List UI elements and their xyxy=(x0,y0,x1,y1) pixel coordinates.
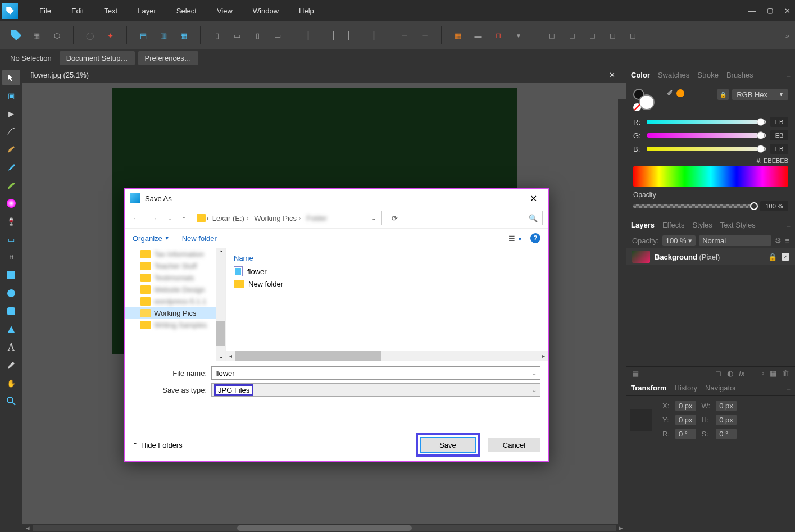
more-icon[interactable]: » xyxy=(785,31,795,40)
close-icon[interactable]: ✕ xyxy=(784,7,791,15)
color-swatch-selector[interactable] xyxy=(633,89,661,111)
artboard-tool[interactable]: ▣ xyxy=(2,88,20,103)
tab-transform[interactable]: Transform xyxy=(631,384,667,392)
layer-opacity-select[interactable]: 100 % ▾ xyxy=(662,235,696,246)
text-tool[interactable]: A xyxy=(2,339,20,355)
glass-tool[interactable]: 🍷 xyxy=(2,213,20,229)
op-icon[interactable]: ◻ xyxy=(564,27,580,44)
tab-history[interactable]: History xyxy=(675,384,697,392)
refresh-icon[interactable]: ⟳ xyxy=(388,211,402,225)
distribute-icon[interactable]: ▕ xyxy=(322,27,339,44)
move-tool[interactable] xyxy=(2,70,20,85)
tree-scrollbar[interactable]: ⌄⌃ xyxy=(216,248,225,361)
menu-text[interactable]: Text xyxy=(94,7,128,15)
path-dropdown-icon[interactable]: ⌄ xyxy=(368,215,379,221)
filename-input[interactable]: flower⌄ xyxy=(211,366,540,380)
opacity-value[interactable]: 100 % xyxy=(760,201,788,211)
layers-icon[interactable]: ▤ xyxy=(632,369,639,378)
brush-tool[interactable] xyxy=(2,160,20,175)
snap-icon[interactable]: ▬ xyxy=(470,27,487,44)
tab-brushes[interactable]: Brushes xyxy=(726,71,753,79)
gear-icon[interactable]: ⚙ xyxy=(775,237,782,245)
r-value[interactable]: EB xyxy=(770,117,788,127)
triangle-tool[interactable] xyxy=(2,321,20,337)
dropdown-icon[interactable]: ▼ xyxy=(510,27,527,44)
opacity-slider[interactable] xyxy=(633,204,756,208)
y-input[interactable]: 0 px xyxy=(675,415,696,425)
hex-value[interactable]: #: EBEBEB xyxy=(633,157,788,164)
rectangle-tool[interactable] xyxy=(2,267,20,283)
history-dropdown-icon[interactable]: ⌄ xyxy=(165,213,174,224)
tab-swatches[interactable]: Swatches xyxy=(658,71,689,79)
r-input[interactable]: 0 ° xyxy=(675,429,696,439)
breadcrumb[interactable]: Working Pics› xyxy=(252,214,303,222)
layer-row[interactable]: Background (Pixel) 🔒 ✓ xyxy=(626,248,795,265)
node-tool[interactable]: ▶ xyxy=(2,106,20,121)
blend-mode-select[interactable]: Normal xyxy=(699,235,771,246)
tool-icon[interactable]: ✦ xyxy=(102,27,119,44)
distribute-icon[interactable]: ▏ xyxy=(343,27,360,44)
save-button[interactable]: Save xyxy=(420,437,476,453)
folder-tree[interactable]: Tax Information Teacher Stuff Testimonia… xyxy=(125,248,226,361)
crop-tool[interactable]: ⌗ xyxy=(2,249,20,265)
eyedropper-tool[interactable] xyxy=(2,357,20,373)
g-slider[interactable] xyxy=(647,133,766,138)
magnet-icon[interactable]: ⊓ xyxy=(490,27,507,44)
rounded-rect-tool[interactable] xyxy=(2,303,20,319)
ellipse-tool[interactable] xyxy=(2,285,20,301)
menu-window[interactable]: Window xyxy=(243,7,289,15)
w-input[interactable]: 0 px xyxy=(716,401,737,411)
distribute-icon[interactable]: ▕ xyxy=(363,27,380,44)
panel-menu-icon[interactable]: ≡ xyxy=(785,237,789,245)
lock-icon[interactable]: 🔒 xyxy=(717,89,729,100)
file-list-scrollbar[interactable]: ◂▸ xyxy=(226,351,548,361)
breadcrumb-hidden[interactable]: Folder xyxy=(304,214,329,222)
op-icon[interactable]: ◻ xyxy=(543,27,560,44)
panel-menu-icon[interactable]: ≡ xyxy=(786,71,791,79)
rotate-icon[interactable]: ▯ xyxy=(249,27,266,44)
menu-layer[interactable]: Layer xyxy=(128,7,166,15)
picture-tool[interactable]: ▭ xyxy=(2,231,20,247)
up-icon[interactable]: ↑ xyxy=(180,212,188,225)
menu-view[interactable]: View xyxy=(207,7,243,15)
tab-close-icon[interactable]: ✕ xyxy=(606,71,619,79)
b-value[interactable]: EB xyxy=(770,144,788,154)
document-setup-button[interactable]: Document Setup… xyxy=(60,51,135,65)
scrollbar-vertical[interactable] xyxy=(618,99,626,532)
x-input[interactable]: 0 px xyxy=(675,401,696,411)
color-mode-select[interactable]: RGB Hex▼ xyxy=(732,89,788,100)
new-folder-button[interactable]: New folder xyxy=(182,234,217,243)
forward-icon[interactable]: → xyxy=(148,212,160,225)
maximize-icon[interactable]: ▢ xyxy=(767,7,773,15)
file-item[interactable]: flower xyxy=(226,265,548,278)
preferences-button[interactable]: Preferences… xyxy=(138,51,198,65)
zoom-tool[interactable] xyxy=(2,393,20,409)
tab-styles[interactable]: Styles xyxy=(692,221,712,229)
panel-menu-icon[interactable]: ≡ xyxy=(786,221,791,229)
flip-v-icon[interactable]: ▭ xyxy=(229,27,246,44)
view-options-icon[interactable]: ☰ ▼ xyxy=(508,234,523,243)
tab-color[interactable]: Color xyxy=(631,71,650,79)
hand-tool[interactable]: ✋ xyxy=(2,375,20,391)
anchor-selector[interactable] xyxy=(630,409,652,431)
r-slider[interactable] xyxy=(647,120,766,124)
g-value[interactable]: EB xyxy=(770,130,788,140)
file-item[interactable]: New folder xyxy=(226,278,548,290)
op-icon[interactable]: ◻ xyxy=(584,27,601,44)
color-wheel-tool[interactable] xyxy=(2,195,20,211)
tab-layers[interactable]: Layers xyxy=(631,221,655,229)
lock-icon[interactable]: 🔒 xyxy=(768,253,777,261)
search-input[interactable]: 🔍 xyxy=(408,211,543,225)
paint-tool[interactable] xyxy=(2,178,20,193)
column-header-name[interactable]: Name xyxy=(226,252,548,265)
organize-button[interactable]: Organize ▼ xyxy=(133,234,170,243)
cancel-button[interactable]: Cancel xyxy=(488,438,540,452)
visibility-checkbox[interactable]: ✓ xyxy=(782,253,789,261)
dialog-close-icon[interactable]: ✕ xyxy=(524,191,543,206)
back-icon[interactable]: ← xyxy=(130,212,142,225)
op-icon[interactable]: ◻ xyxy=(604,27,621,44)
align-center-icon[interactable]: ▥ xyxy=(155,27,172,44)
align-right-icon[interactable]: ▦ xyxy=(175,27,192,44)
snap-grid-icon[interactable]: ▦ xyxy=(449,27,466,44)
menu-edit[interactable]: Edit xyxy=(61,7,94,15)
